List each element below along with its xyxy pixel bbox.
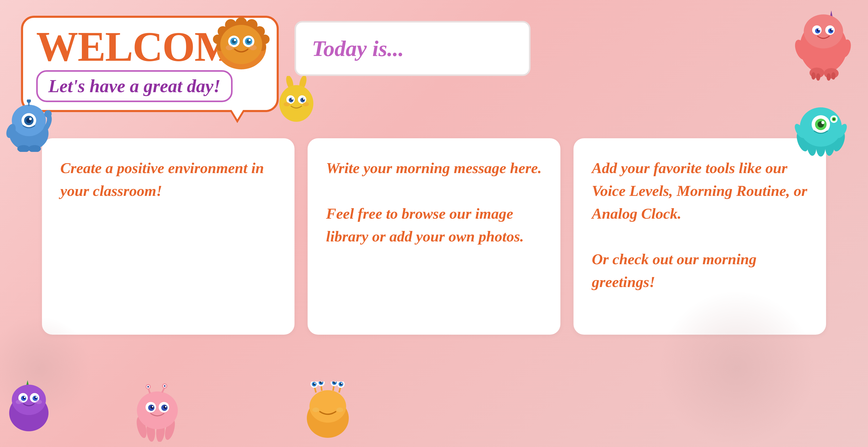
monster-yellow-top: [275, 76, 317, 123]
svg-point-47: [29, 117, 32, 120]
card-3-text: Add your favorite tools like our Voice L…: [592, 157, 808, 293]
card-1-text: Create a positive environment in your cl…: [60, 157, 276, 202]
monster-orange-bottom: [302, 382, 354, 439]
svg-point-135: [341, 383, 342, 384]
monster-orange-top: [210, 5, 273, 73]
svg-point-89: [24, 397, 25, 398]
svg-point-115: [309, 390, 346, 423]
svg-point-64: [303, 102, 309, 106]
today-label: Today is...: [312, 36, 513, 61]
svg-point-101: [147, 386, 149, 387]
svg-point-19: [226, 45, 233, 50]
monster-teal-right: [795, 100, 847, 157]
svg-point-43: [27, 100, 31, 103]
today-box: Today is...: [294, 21, 530, 76]
svg-point-37: [816, 73, 820, 81]
svg-point-92: [36, 400, 42, 404]
card-1: Create a positive environment in your cl…: [42, 138, 294, 335]
svg-point-31: [831, 29, 833, 30]
svg-point-112: [152, 406, 153, 408]
svg-point-113: [165, 406, 166, 408]
svg-point-10: [220, 25, 262, 64]
svg-point-20: [249, 45, 257, 50]
svg-point-48: [44, 110, 52, 117]
card-2-text: Write your morning message here. Feel fr…: [326, 157, 542, 248]
svg-point-97: [137, 391, 178, 429]
svg-point-91: [16, 400, 22, 404]
welcome-subtitle-text: Let's have a great day!: [48, 76, 221, 96]
svg-point-39: [831, 72, 835, 80]
welcome-subtitle-box: Let's have a great day!: [36, 70, 232, 102]
svg-point-77: [833, 118, 835, 120]
svg-point-63: [284, 102, 290, 106]
svg-point-62: [303, 98, 305, 100]
svg-point-61: [291, 98, 293, 100]
svg-point-17: [234, 39, 236, 41]
svg-point-36: [811, 72, 815, 80]
svg-point-74: [821, 121, 825, 124]
svg-point-35: [824, 68, 839, 78]
svg-point-137: [336, 408, 343, 412]
header-section: WELCOME Let's have a great day! Today is…: [0, 0, 868, 112]
svg-point-30: [818, 29, 820, 30]
svg-point-82: [12, 385, 46, 415]
monster-pink-bottom: [131, 382, 184, 442]
svg-point-136: [312, 408, 319, 412]
bg-decoration-right: [658, 290, 815, 447]
svg-point-18: [249, 39, 251, 41]
svg-point-90: [35, 397, 37, 398]
svg-point-38: [827, 73, 831, 81]
svg-point-23: [804, 14, 843, 48]
monster-purple-bottom: [5, 379, 53, 431]
monster-blue-left: [5, 100, 53, 152]
monster-pink-top: [795, 8, 852, 81]
svg-point-105: [164, 385, 165, 387]
card-2: Write your morning message here. Feel fr…: [308, 138, 560, 335]
svg-point-120: [314, 383, 316, 384]
